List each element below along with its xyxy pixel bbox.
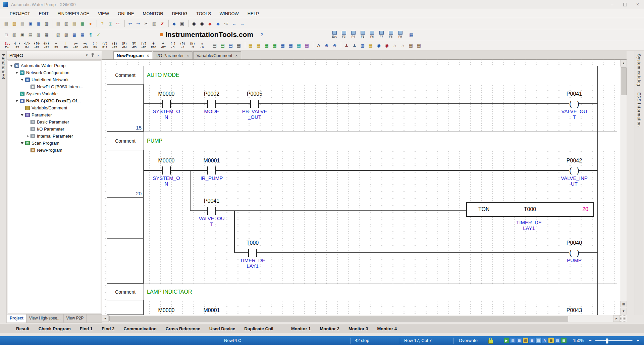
ladder-tool-c4[interactable]: (P)c4 xyxy=(178,41,187,50)
menu-window[interactable]: WINDOW xyxy=(215,9,243,18)
grid5-icon[interactable]: ▥ xyxy=(359,42,366,49)
editor-vertical-scrollbar[interactable]: ▲ ▦ ▼ xyxy=(620,60,627,315)
panel-menu-icon[interactable]: ▾ xyxy=(86,53,88,57)
module-grid-icon[interactable]: ▦ xyxy=(407,42,415,49)
zoom-slider-thumb[interactable] xyxy=(606,338,608,344)
status-doc1-icon[interactable]: ▤ xyxy=(510,338,516,343)
tree-item-system-variable[interactable]: SSystem Variable xyxy=(8,90,101,97)
table-icon[interactable]: ▦ xyxy=(235,42,243,49)
doc-tab-variable-comment[interactable]: Variable/Comment× xyxy=(193,51,241,59)
module2-icon[interactable]: ⌂ xyxy=(399,42,407,49)
menu-find-replace[interactable]: FIND/REPLACE xyxy=(53,9,94,18)
run-state-icon[interactable]: ▶ xyxy=(504,338,509,343)
fkey-f4[interactable]: F4 xyxy=(348,30,358,40)
ladder-tool-sf6[interactable]: [/]sF6 xyxy=(139,41,149,50)
status-grid2-icon[interactable]: ▦ xyxy=(529,338,535,343)
link-icon[interactable]: ◆ xyxy=(170,20,178,27)
tree-item-undefined-network[interactable]: ▦Undefined Network xyxy=(8,76,101,83)
tree-item-variable-comment[interactable]: ≡Variable/Comment xyxy=(8,104,101,111)
ladder-tool-f5[interactable]: ─F5 xyxy=(51,41,61,50)
ladder-tool-sf3[interactable]: (S)sF3 xyxy=(110,41,119,50)
fkey-f3[interactable]: F3 xyxy=(339,30,348,40)
ladder-tool-f9[interactable]: ( )F9 xyxy=(90,41,100,50)
menu-project[interactable]: PROJECT xyxy=(5,9,35,18)
zoom-in-icon[interactable]: ⊕ xyxy=(323,42,330,49)
status-grid1-icon[interactable]: ▦ xyxy=(517,338,522,343)
ladder-tool-f11[interactable]: (/)F11 xyxy=(100,41,110,50)
grid-blue2-icon[interactable]: ▦ xyxy=(79,31,86,38)
scroll-right-icon[interactable]: ► xyxy=(613,315,620,322)
find-replace-icon[interactable]: ◉ xyxy=(198,20,206,27)
doc-white-icon[interactable]: ▤ xyxy=(211,42,218,49)
doc-tab-i-o-parameter[interactable]: I/O Parameter× xyxy=(153,51,193,59)
scroll-down-icon[interactable]: ▼ xyxy=(620,308,627,314)
menu-tools[interactable]: TOOLS xyxy=(192,9,215,18)
ladder-tool-sf8[interactable]: ┌─sF8 xyxy=(71,41,80,50)
status-doc3-icon[interactable]: ▤ xyxy=(536,338,541,343)
grid-blue3-icon[interactable]: ▦ xyxy=(279,42,286,49)
circle-red-icon[interactable]: ◉ xyxy=(383,42,390,49)
zoom-slider-track[interactable] xyxy=(595,340,633,341)
new-window-icon[interactable]: □ xyxy=(3,31,10,38)
tile-vertical-icon[interactable]: ▥ xyxy=(35,31,42,38)
tree-item-scan-program[interactable]: ▧Scan Program xyxy=(8,140,101,147)
save-all-icon[interactable]: ▦ xyxy=(35,20,42,27)
timer-function-block[interactable]: TONT00020 xyxy=(466,202,594,217)
tree-item-network-configuration[interactable]: ◈Network Configuration xyxy=(8,69,101,76)
fkey-f7[interactable]: F7 xyxy=(377,30,386,40)
scroll-left-icon[interactable]: ◄ xyxy=(102,315,109,322)
maximize-button[interactable] xyxy=(619,0,631,9)
fkey-f6[interactable]: F6 xyxy=(367,30,377,40)
contact[interactable] xyxy=(162,100,171,108)
close-tab-icon[interactable]: × xyxy=(235,53,238,58)
menu-help[interactable]: HELP xyxy=(243,9,263,18)
result-tab-monitor-4[interactable]: Monitor 4 xyxy=(377,326,397,331)
module-grid2-icon[interactable]: ▦ xyxy=(415,42,423,49)
esc-small-icon[interactable]: ESC xyxy=(115,20,122,27)
result-tab-monitor-3[interactable]: Monitor 3 xyxy=(348,326,368,331)
result-tab-result[interactable]: Result xyxy=(16,326,30,331)
ladder-tool-sf1[interactable]: ┤P├sF1 xyxy=(32,41,42,50)
ladder-tool-f10[interactable]: ┼F10 xyxy=(149,41,158,50)
open-project-icon[interactable]: ▨ xyxy=(11,20,18,27)
rung-comment-row[interactable]: CommentLAMP INDICTAOR xyxy=(107,284,617,300)
contact[interactable] xyxy=(207,100,216,108)
doc-tab-newprogram[interactable]: NewProgram× xyxy=(113,51,152,59)
menu-debug[interactable]: DEBUG xyxy=(168,9,192,18)
delete-icon[interactable]: ✗ xyxy=(159,20,166,27)
paste-icon[interactable]: ▤ xyxy=(71,20,78,27)
grid-green2-icon[interactable]: ▦ xyxy=(271,42,278,49)
tree-item-newplc-xbc-dxxxe-of[interactable]: ▣NewPLC(XBC-DxxxE)-Of... xyxy=(8,97,101,104)
output-coil[interactable]: () xyxy=(569,99,579,108)
contact[interactable] xyxy=(162,166,171,175)
result-tab-duplicate-coil[interactable]: Duplicate Coil xyxy=(244,326,273,331)
doc-blue-icon[interactable]: ▤ xyxy=(227,42,234,49)
result-tab-used-device[interactable]: Used Device xyxy=(209,326,235,331)
properties-icon[interactable]: ▧ xyxy=(55,31,62,38)
result-tab-check-program[interactable]: Check Program xyxy=(39,326,71,331)
status-grid4-icon[interactable]: ▦ xyxy=(561,338,567,343)
grid-yellow2-icon[interactable]: ▦ xyxy=(255,42,262,49)
user-red-icon[interactable]: ♟ xyxy=(343,42,350,49)
circle-blue-icon[interactable]: ◉ xyxy=(375,42,382,49)
tree-item-automatic-water-pump[interactable]: ▣Automatic Water Pump xyxy=(8,62,101,69)
minimize-button[interactable]: – xyxy=(606,0,619,9)
tree-item-internal-parameter[interactable]: ▤Internal Parameter xyxy=(8,133,101,140)
status-font-icon[interactable]: A xyxy=(542,338,547,343)
close-all-icon[interactable]: ▦ xyxy=(43,31,50,38)
cut-icon[interactable]: ✂ xyxy=(143,20,150,27)
comment-bubble-icon[interactable]: ¶ xyxy=(87,31,94,38)
contact[interactable] xyxy=(207,166,216,175)
go-back-icon[interactable]: ← xyxy=(230,20,238,27)
font-a-icon[interactable]: A xyxy=(315,42,322,49)
rung-comment-row[interactable]: CommentPUMP xyxy=(107,132,617,150)
help-bubble-icon[interactable]: ? xyxy=(99,20,106,27)
close-tab-icon[interactable]: × xyxy=(187,53,189,58)
ladder-tool-f6[interactable]: │F6 xyxy=(61,41,71,50)
editor-horizontal-scrollbar[interactable]: ◄ ► xyxy=(102,315,627,322)
ladder-tool-sf9[interactable]: ─┐sF9 xyxy=(80,41,90,50)
tree-item-newprogram[interactable]: ▦NewProgram xyxy=(8,147,101,154)
ladder-tool-c5[interactable]: (N)c5 xyxy=(187,41,197,50)
ladder-tool-sf4[interactable]: (R)sF4 xyxy=(119,41,129,50)
user-blue-icon[interactable]: ♟ xyxy=(351,42,358,49)
